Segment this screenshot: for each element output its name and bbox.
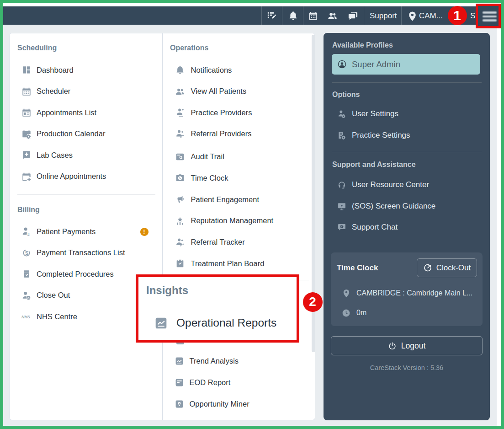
svg-text:£: £	[27, 232, 30, 236]
svg-text:NHS: NHS	[21, 315, 30, 319]
svg-text:S: S	[25, 250, 28, 255]
